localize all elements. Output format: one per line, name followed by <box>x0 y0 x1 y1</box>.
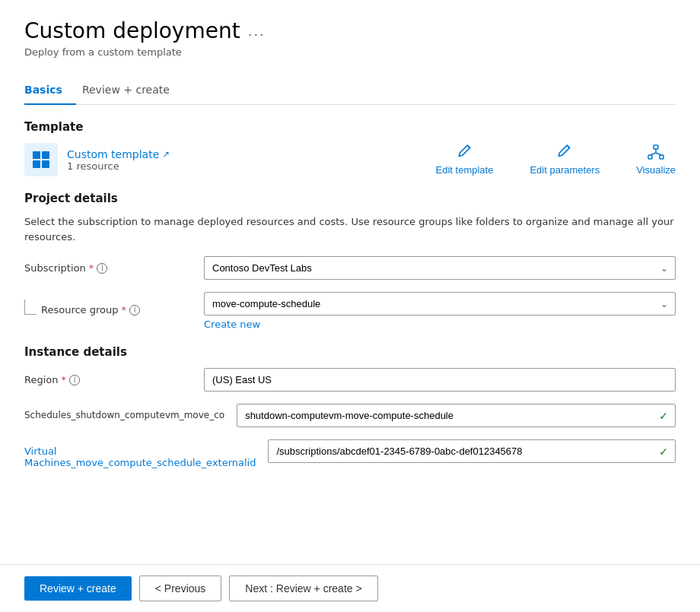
region-control <box>204 368 676 392</box>
svg-rect-4 <box>654 145 658 149</box>
subscription-label: Subscription * i <box>24 256 192 274</box>
bottom-bar: Review + create < Previous Next : Review… <box>0 564 700 612</box>
review-create-button[interactable]: Review + create <box>24 576 132 601</box>
svg-line-9 <box>656 153 662 155</box>
subscription-select[interactable]: Contoso DevTest Labs <box>204 256 676 280</box>
template-resources: 1 resource <box>67 160 170 172</box>
edit-template-button[interactable]: Edit template <box>436 144 494 176</box>
visualize-button[interactable]: Visualize <box>636 144 676 176</box>
resource-group-select-wrapper: move-compute-schedule ⌄ <box>204 292 676 316</box>
template-grid-icon <box>24 143 58 176</box>
resource-group-row: Resource group * i move-compute-schedule… <box>24 292 676 330</box>
schedules-shutdown-control: shutdown-computevm-move-compute-schedule… <box>237 404 676 427</box>
region-input[interactable] <box>204 368 676 392</box>
svg-rect-6 <box>660 155 663 159</box>
edit-parameters-button[interactable]: Edit parameters <box>530 144 600 176</box>
next-button[interactable]: Next : Review + create > <box>229 576 377 601</box>
region-required: * <box>62 374 67 385</box>
svg-rect-2 <box>33 160 40 168</box>
schedules-shutdown-label: Schedules_shutdown_computevm_move_co <box>24 404 224 420</box>
svg-rect-3 <box>42 160 49 168</box>
resource-group-control: move-compute-schedule ⌄ Create new <box>204 292 676 330</box>
indent-line <box>24 300 37 315</box>
svg-rect-1 <box>42 151 49 159</box>
tab-basics[interactable]: Basics <box>24 76 76 105</box>
resource-group-label: Resource group * i <box>41 298 140 316</box>
tab-review-create[interactable]: Review + create <box>82 76 183 105</box>
svg-rect-5 <box>648 155 652 159</box>
subscription-select-wrapper: Contoso DevTest Labs ⌄ <box>204 256 676 280</box>
previous-button[interactable]: < Previous <box>139 576 222 601</box>
subscription-required: * <box>89 262 94 274</box>
create-new-link[interactable]: Create new <box>204 319 260 330</box>
template-actions: Edit template Edit parameters <box>436 144 676 176</box>
schedules-shutdown-select-wrapper: shutdown-computevm-move-compute-schedule… <box>237 404 676 427</box>
template-card: Custom template ↗ 1 resource <box>24 143 170 176</box>
virtual-machines-label: Virtual Machines_move_compute_schedule_e… <box>24 439 256 468</box>
virtual-machines-select[interactable]: /subscriptions/abcdef01-2345-6789-0abc-d… <box>268 439 676 463</box>
schedules-shutdown-row: Schedules_shutdown_computevm_move_co shu… <box>24 404 676 427</box>
instance-details-title: Instance details <box>24 345 676 359</box>
ellipsis-menu[interactable]: ... <box>248 23 266 39</box>
tab-bar: Basics Review + create <box>24 76 676 105</box>
resource-group-label-wrapper: Resource group * i <box>24 292 192 316</box>
region-label: Region * i <box>24 368 192 385</box>
resource-group-select[interactable]: move-compute-schedule <box>204 292 676 316</box>
custom-template-link[interactable]: Custom template ↗ <box>67 148 170 160</box>
project-details-title: Project details <box>24 192 676 205</box>
instance-details-section: Instance details Region * i Schedules_sh… <box>24 345 676 468</box>
subscription-info-icon[interactable]: i <box>97 263 107 274</box>
page-title: Custom deployment ... <box>24 18 266 43</box>
subscription-row: Subscription * i Contoso DevTest Labs ⌄ <box>24 256 676 280</box>
project-desc: Select the subscription to manage deploy… <box>24 214 676 244</box>
svg-line-8 <box>651 153 657 155</box>
resource-group-required: * <box>122 304 127 316</box>
page-subtitle: Deploy from a custom template <box>24 46 676 58</box>
resource-group-info-icon[interactable]: i <box>129 305 140 316</box>
schedules-shutdown-select[interactable]: shutdown-computevm-move-compute-schedule <box>237 404 676 427</box>
subscription-control: Contoso DevTest Labs ⌄ <box>204 256 676 280</box>
svg-rect-0 <box>33 151 40 159</box>
template-section: Template Custom template <box>24 120 676 176</box>
external-link-icon: ↗ <box>162 149 170 160</box>
virtual-machines-row: Virtual Machines_move_compute_schedule_e… <box>24 439 676 468</box>
virtual-machines-control: /subscriptions/abcdef01-2345-6789-0abc-d… <box>268 439 676 463</box>
project-details-section: Project details Select the subscription … <box>24 192 676 330</box>
template-info: Custom template ↗ 1 resource <box>67 148 170 172</box>
region-row: Region * i <box>24 368 676 392</box>
virtual-machines-select-wrapper: /subscriptions/abcdef01-2345-6789-0abc-d… <box>268 439 676 463</box>
template-section-title: Template <box>24 120 676 134</box>
region-info-icon[interactable]: i <box>69 375 80 385</box>
